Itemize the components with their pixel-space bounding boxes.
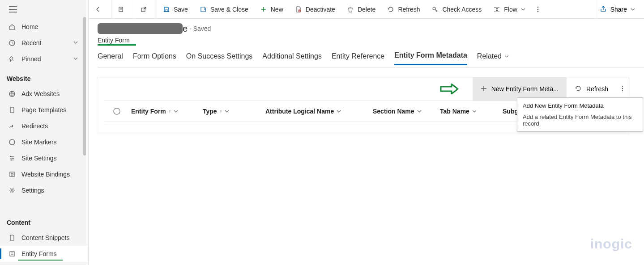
refresh-button[interactable]: Refresh — [381, 0, 426, 19]
svg-point-16 — [537, 11, 539, 12]
svg-rect-9 — [119, 7, 123, 12]
clipboard-icon — [117, 6, 124, 13]
sidebar-label: Site Markers — [21, 139, 57, 146]
tab-entity-form-metadata[interactable]: Entity Form Metadata — [394, 51, 467, 65]
sidebar-item-adx[interactable]: Adx Websites — [0, 86, 88, 102]
gear-icon — [8, 187, 16, 194]
cmd-label: Refresh — [398, 6, 420, 13]
chevron-down-icon — [504, 52, 509, 60]
home-icon — [8, 23, 16, 30]
sidebar-item-entity-lists[interactable]: Entity Lists — [0, 262, 88, 265]
command-bar: Save Save & Close New Deactivate Delete … — [89, 0, 644, 19]
svg-point-15 — [537, 8, 539, 10]
sidebar-item-page-templates[interactable]: Page Templates — [0, 102, 88, 118]
btn-label: New Entity Form Meta... — [491, 85, 559, 93]
sidebar-label: Content Snippets — [21, 234, 69, 241]
svg-point-3 — [10, 156, 12, 157]
tooltip-description: Add a related Entity Form Metadata to th… — [523, 114, 637, 127]
column-tab[interactable]: Tab Name — [440, 108, 503, 115]
redirect-icon — [8, 122, 16, 130]
sidebar-item-entity-forms[interactable]: Entity Forms — [0, 246, 88, 262]
column-section[interactable]: Section Name — [373, 108, 440, 115]
trash-icon — [347, 6, 354, 13]
sidebar-item-pinned[interactable]: Pinned — [0, 51, 88, 67]
tooltip-title: Add New Entity Form Metadata — [523, 102, 637, 109]
key-icon — [431, 6, 439, 13]
annotation-arrow — [440, 84, 459, 96]
tab-additional[interactable]: Additional Settings — [262, 52, 322, 65]
share-button[interactable]: Share — [595, 0, 640, 19]
tab-on-success[interactable]: On Success Settings — [186, 52, 253, 65]
svg-point-7 — [11, 189, 13, 191]
sidebar-item-recent[interactable]: Recent — [0, 35, 88, 51]
svg-point-14 — [537, 6, 539, 8]
refresh-icon — [387, 6, 394, 13]
sidebar-item-redirects[interactable]: Redirects — [0, 118, 88, 134]
svg-point-2 — [9, 139, 15, 145]
deactivate-button[interactable]: Deactivate — [289, 0, 341, 19]
svg-rect-8 — [10, 252, 14, 256]
cmd-label: New — [271, 6, 283, 13]
delete-button[interactable]: Delete — [341, 0, 381, 19]
tab-related[interactable]: Related — [477, 52, 509, 65]
sidebar-label: Home — [21, 23, 38, 30]
column-attribute[interactable]: Attribute Logical Name — [265, 108, 373, 115]
column-entity-form[interactable]: Entity Form↑ — [131, 108, 203, 115]
sidebar-heading-website: Website — [0, 67, 88, 86]
sidebar-label: Website Bindings — [21, 171, 70, 178]
sidebar-label: Site Settings — [21, 155, 57, 162]
cmd-label: Check Access — [442, 6, 482, 13]
sidebar-item-home[interactable]: Home — [0, 19, 88, 35]
svg-point-17 — [622, 85, 623, 86]
more-button[interactable] — [531, 0, 548, 19]
pin-icon — [8, 55, 16, 63]
sort-asc-icon: ↑ — [220, 109, 222, 114]
sidebar-label: Page Templates — [21, 106, 66, 114]
tab-entity-reference[interactable]: Entity Reference — [332, 52, 384, 65]
redacted-title — [98, 23, 183, 34]
back-button[interactable] — [89, 0, 111, 19]
tab-general[interactable]: General — [98, 52, 123, 65]
sidebar-label: Redirects — [21, 122, 48, 130]
tab-form-options[interactable]: Form Options — [133, 52, 176, 65]
select-all-checkbox[interactable] — [104, 107, 129, 115]
hamburger-button[interactable] — [0, 0, 88, 19]
save-icon — [163, 6, 170, 13]
globe-icon — [8, 90, 16, 97]
sliders-icon — [8, 155, 16, 162]
save-close-button[interactable]: Save & Close — [194, 0, 254, 19]
more-vertical-icon — [537, 6, 539, 13]
chevron-down-icon — [73, 55, 78, 63]
saved-status: - Saved — [189, 25, 211, 32]
clipboard-button[interactable] — [111, 0, 134, 19]
flow-icon — [493, 6, 500, 13]
flow-button[interactable]: Flow — [487, 0, 531, 19]
tooltip-new-metadata: Add New Entity Form Metadata Add a relat… — [517, 97, 643, 132]
sidebar-item-settings[interactable]: Settings — [0, 182, 88, 198]
record-type-label: Entity Form — [98, 37, 132, 44]
chevron-down-icon — [631, 6, 635, 13]
sidebar-item-website-bindings[interactable]: Website Bindings — [0, 166, 88, 182]
more-vertical-icon — [622, 85, 623, 93]
sidebar-label: Pinned — [21, 55, 41, 63]
sidebar-heading-content: Content — [0, 211, 88, 230]
chevron-down-icon — [521, 6, 525, 13]
check-access-button[interactable]: Check Access — [426, 0, 487, 19]
binding-icon — [8, 171, 16, 178]
tab-bar: General Form Options On Success Settings… — [98, 49, 644, 68]
column-type[interactable]: Type↑ — [203, 108, 265, 115]
svg-point-5 — [11, 160, 12, 161]
plus-icon — [260, 6, 267, 13]
cmd-label: Deactivate — [306, 6, 335, 13]
save-button[interactable]: Save — [157, 0, 194, 19]
new-button[interactable]: New — [254, 0, 289, 19]
sidebar-item-site-markers[interactable]: Site Markers — [0, 134, 88, 150]
clock-icon — [8, 39, 16, 46]
page-icon — [8, 106, 16, 114]
sidebar-item-content-snippets[interactable]: Content Snippets — [0, 230, 88, 246]
sidebar-label: Settings — [21, 187, 44, 194]
popout-button[interactable] — [134, 0, 157, 19]
record-header: e - Saved Entity Form — [98, 23, 644, 44]
cmd-label: Flow — [504, 6, 517, 13]
sidebar-item-site-settings[interactable]: Site Settings — [0, 150, 88, 166]
